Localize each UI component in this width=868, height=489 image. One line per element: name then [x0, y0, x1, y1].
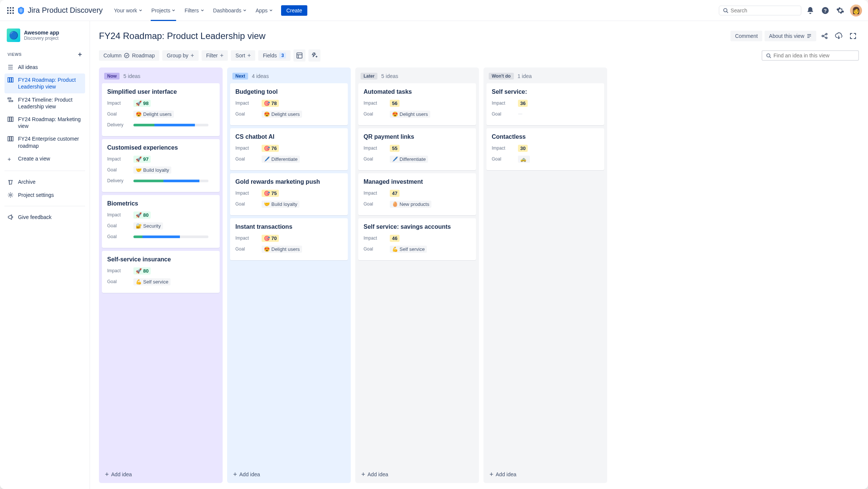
fields-button[interactable]: Fields3 — [258, 50, 290, 61]
groupby-button[interactable]: Group by+ — [162, 50, 199, 61]
global-search[interactable] — [719, 6, 801, 15]
sidebar-item-roadmap-marketing[interactable]: FY24 Roadmap: Marketing view — [4, 113, 85, 132]
idea-card[interactable]: Simplified user interfaceImpact🚀98Goal😍D… — [102, 83, 220, 136]
svg-rect-4 — [10, 10, 11, 11]
svg-rect-12 — [8, 78, 9, 82]
impact-badge: 46 — [390, 235, 400, 242]
product-logo[interactable]: Jira Product Discovery — [16, 6, 103, 15]
autosave-icon[interactable] — [308, 50, 320, 62]
nav-dashboards[interactable]: Dashboards — [210, 4, 251, 16]
sidebar-item-enterprise-roadmap[interactable]: FY24 Enterprise customer roadmap — [4, 132, 85, 152]
delivery-progress — [133, 124, 208, 126]
sidebar-give-feedback[interactable]: Give feedback — [4, 211, 85, 224]
field-label: Impact — [107, 100, 133, 106]
svg-point-9 — [724, 8, 727, 12]
svg-rect-5 — [12, 10, 14, 11]
about-view-button[interactable]: About this view — [765, 31, 816, 41]
app-switcher-icon[interactable] — [6, 6, 15, 15]
board-icon — [7, 116, 14, 122]
card-title: Biometrics — [107, 200, 214, 207]
help-icon[interactable]: ? — [819, 4, 831, 16]
goal-badge: 🖊️Differentiate — [262, 156, 300, 163]
sidebar-item-timeline-product[interactable]: FY24 Timeline: Product Leadership view — [4, 93, 85, 113]
impact-badge: 36 — [518, 100, 528, 107]
idea-card[interactable]: Managed investmentImpact47Goal🥚New produ… — [358, 173, 476, 215]
field-label: Goal — [235, 201, 262, 207]
field-label: Goal — [107, 279, 133, 284]
user-avatar[interactable]: 👩 — [850, 4, 862, 16]
goal-badge — [518, 113, 522, 115]
card-layout-icon[interactable] — [293, 50, 305, 62]
sort-button[interactable]: Sort+ — [231, 50, 255, 61]
export-icon[interactable] — [833, 30, 845, 42]
find-idea-input[interactable] — [774, 52, 855, 58]
nav-your-work[interactable]: Your work — [110, 4, 146, 16]
nav-projects[interactable]: Projects — [148, 4, 180, 16]
column-count: 5 ideas — [381, 73, 398, 79]
svg-rect-3 — [7, 10, 9, 11]
idea-card[interactable]: QR payment linksImpact55Goal🖊️Differenti… — [358, 128, 476, 170]
filter-button[interactable]: Filter+ — [202, 50, 228, 61]
card-title: Self service: savings accounts — [364, 224, 471, 230]
nav-apps[interactable]: Apps — [252, 4, 277, 16]
idea-card[interactable]: Self-service insuranceImpact🚀80Goal💪Self… — [102, 251, 220, 293]
sidebar-archive[interactable]: Archive — [4, 176, 85, 188]
idea-card[interactable]: CS chatbot AIImpact🎯76Goal🖊️Differentiat… — [230, 128, 348, 170]
sidebar-item-roadmap-product[interactable]: FY24 Roadmap: Product Leadership view — [4, 74, 85, 93]
field-label: Impact — [235, 236, 262, 241]
field-label: Impact — [492, 100, 518, 106]
idea-card[interactable]: Self service:Impact36Goal — [486, 83, 604, 125]
sidebar-project-settings[interactable]: Project settings — [4, 189, 85, 201]
card-title: CS chatbot AI — [235, 134, 343, 140]
roadmap-board: Now 5 ideas Simplified user interfaceImp… — [99, 68, 859, 489]
idea-card[interactable]: Automated tasksImpact56Goal😍Delight user… — [358, 83, 476, 125]
column-later: Later 5 ideas Automated tasksImpact56Goa… — [355, 68, 479, 483]
field-label: Impact — [235, 146, 262, 151]
card-title: Managed investment — [364, 178, 471, 185]
field-label: Impact — [107, 156, 133, 162]
project-header[interactable]: 🔵 Awesome app Discovery project — [4, 28, 85, 42]
notifications-icon[interactable] — [804, 4, 816, 16]
add-view-icon[interactable]: + — [78, 51, 82, 58]
column-selector[interactable]: Column Roadmap — [99, 50, 159, 61]
sidebar-item-all-ideas[interactable]: All ideas — [4, 61, 85, 74]
find-idea-search[interactable] — [762, 50, 859, 61]
megaphone-icon — [7, 214, 14, 220]
global-search-input[interactable] — [730, 8, 797, 14]
svg-point-25 — [826, 33, 827, 35]
goal-badge: 😍Delight users — [390, 111, 430, 118]
card-title: Automated tasks — [364, 88, 471, 95]
add-idea-button[interactable]: +Add idea — [358, 467, 476, 480]
column-header: Won't do 1 idea — [486, 70, 604, 83]
sidebar-create-view[interactable]: + Create a view — [4, 152, 85, 166]
svg-rect-13 — [10, 78, 11, 82]
field-label: Goal — [364, 201, 390, 207]
views-section-label: VIEWS + — [4, 51, 85, 58]
nav-filters[interactable]: Filters — [181, 4, 208, 16]
add-idea-button[interactable]: +Add idea — [486, 467, 604, 480]
goal-badge: 🤝Build loyalty — [262, 201, 299, 208]
idea-card[interactable]: Instant transactionsImpact🎯70Goal😍Deligh… — [230, 218, 348, 260]
idea-card[interactable]: Gold rewards marketing pushImpact🎯75Goal… — [230, 173, 348, 215]
impact-badge: 🎯76 — [262, 145, 279, 152]
create-button[interactable]: Create — [281, 5, 307, 16]
idea-card[interactable]: Self service: savings accountsImpact46Go… — [358, 218, 476, 260]
gear-icon — [7, 192, 14, 198]
svg-rect-0 — [7, 7, 9, 9]
idea-card[interactable]: Customised experiencesImpact🚀97Goal🤝Buil… — [102, 139, 220, 192]
add-idea-button[interactable]: +Add idea — [102, 467, 220, 480]
idea-card[interactable]: ContactlessImpact30Goal🚕 — [486, 128, 604, 170]
settings-icon[interactable] — [834, 4, 846, 16]
top-nav: Jira Product Discovery Your work Project… — [0, 0, 868, 21]
share-icon[interactable] — [819, 30, 831, 42]
idea-card[interactable]: BiometricsImpact🚀80Goal🔐SecurityGoal — [102, 195, 220, 248]
comment-button[interactable]: Comment — [730, 31, 762, 41]
product-name: Jira Product Discovery — [28, 6, 103, 15]
field-label: Goal — [364, 246, 390, 252]
column-tag: Next — [232, 73, 248, 80]
add-idea-button[interactable]: +Add idea — [230, 467, 348, 480]
card-title: Customised experiences — [107, 144, 214, 151]
goal-badge: 💪Self service — [133, 278, 171, 285]
idea-card[interactable]: Budgeting toolImpact🎯78Goal😍Delight user… — [230, 83, 348, 125]
fullscreen-icon[interactable] — [847, 30, 859, 42]
